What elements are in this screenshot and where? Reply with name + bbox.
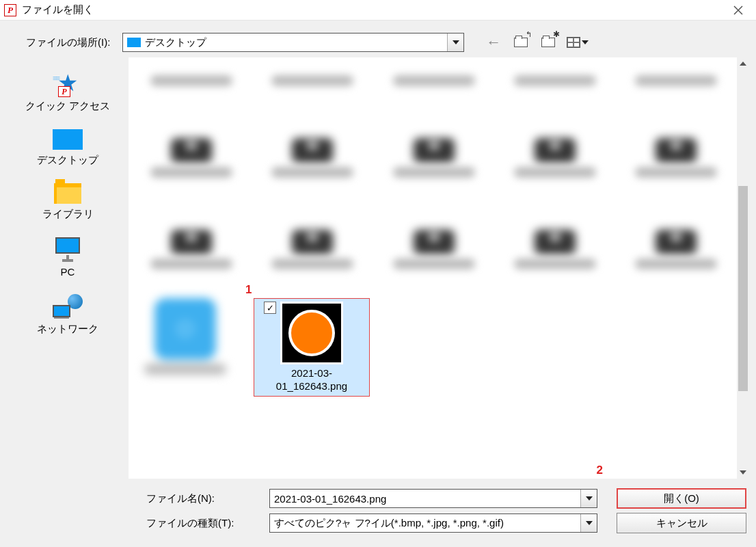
file-item[interactable]	[508, 62, 602, 86]
quick-access-icon: ≡≡★P	[54, 72, 81, 96]
bottom-controls: 2 ファイル名(N): 2021-03-01_162643.png 開く(O) …	[0, 479, 756, 547]
chevron-up-icon	[740, 62, 746, 66]
cancel-button[interactable]: キャンセル	[617, 513, 746, 533]
folder-new-icon	[541, 38, 555, 47]
file-item[interactable]	[630, 206, 723, 269]
file-item[interactable]	[265, 62, 359, 86]
body: ≡≡★P クイック アクセス デスクトップ ライブラリ PC ネットワーク	[0, 57, 756, 479]
libraries-icon	[54, 183, 81, 204]
filename-value: 2021-03-01_162643.png	[270, 493, 580, 505]
scroll-up-button[interactable]	[737, 57, 749, 70]
file-item[interactable]	[387, 206, 481, 269]
filetype-value: すべてのピク?ャ フ?イル(*.bmp, *.jpg, *.png, *.gif…	[270, 517, 580, 530]
selected-checkbox[interactable]: ✓	[264, 302, 276, 314]
place-pc[interactable]: PC	[53, 237, 83, 278]
open-button[interactable]: 開く(O)	[617, 488, 746, 509]
filetype-dropdown-button[interactable]	[580, 514, 597, 532]
scroll-thumb[interactable]	[738, 186, 748, 391]
toolbar: ← ↰ ✱	[485, 35, 589, 50]
place-quick-access[interactable]: ≡≡★P クイック アクセス	[25, 72, 110, 113]
place-desktop[interactable]: デスクトップ	[37, 129, 98, 167]
chevron-down-icon	[586, 521, 593, 525]
desktop-icon	[127, 38, 141, 47]
pc-icon	[53, 237, 83, 262]
annotation-1: 1	[245, 283, 252, 297]
file-item[interactable]	[387, 115, 481, 178]
network-icon	[53, 294, 83, 319]
location-value: デスクトップ	[145, 36, 447, 49]
filename-dropdown-button[interactable]	[580, 490, 597, 507]
filename-input[interactable]: 2021-03-01_162643.png	[269, 489, 597, 508]
app-icon: P	[4, 4, 16, 16]
back-button[interactable]: ←	[485, 35, 502, 50]
location-row: ファイルの場所(I): デスクトップ ← ↰ ✱	[0, 21, 756, 57]
view-mode-button[interactable]	[567, 35, 589, 50]
location-dropdown-button[interactable]	[447, 34, 463, 51]
open-file-dialog: P ファイルを開く ファイルの場所(I): デスクトップ ← ↰ ✱	[0, 0, 756, 547]
chevron-down-icon	[740, 470, 746, 475]
close-icon	[733, 5, 743, 15]
scroll-track[interactable]	[737, 70, 749, 466]
chevron-down-icon	[582, 40, 589, 44]
place-network[interactable]: ネットワーク	[37, 294, 98, 336]
file-item[interactable]	[508, 115, 602, 178]
file-item-selected[interactable]: ✓ 2021-03-01_162643.png	[254, 298, 370, 397]
file-item[interactable]	[630, 115, 723, 178]
file-name: 2021-03-01_162643.png	[257, 367, 366, 393]
view-grid-icon	[567, 37, 580, 48]
filetype-select[interactable]: すべてのピク?ャ フ?イル(*.bmp, *.jpg, *.png, *.gif…	[269, 513, 597, 533]
filetype-label: ファイルの種類(T):	[10, 517, 269, 530]
folder-up-icon	[514, 38, 528, 47]
chevron-down-icon	[453, 40, 459, 44]
file-grid: 1 ✓ 2021-03-01_162643.png	[131, 57, 737, 479]
desktop-icon	[53, 129, 83, 150]
file-item[interactable]	[265, 206, 359, 269]
places-bar: ≡≡★P クイック アクセス デスクトップ ライブラリ PC ネットワーク	[7, 57, 129, 479]
new-folder-button[interactable]: ✱	[539, 35, 557, 50]
place-libraries[interactable]: ライブラリ	[42, 183, 94, 221]
scroll-down-button[interactable]	[737, 466, 749, 479]
dialog-title: ファイルを開く	[22, 3, 94, 16]
file-item[interactable]	[630, 62, 723, 86]
back-arrow-icon: ←	[486, 34, 501, 51]
filename-label: ファイル名(N):	[10, 492, 269, 505]
thumbnail-icon	[280, 302, 343, 364]
file-item[interactable]	[144, 206, 238, 269]
file-item[interactable]	[144, 62, 238, 86]
file-item[interactable]	[508, 206, 602, 269]
annotation-2: 2	[597, 464, 603, 477]
file-list-area[interactable]: 1 ✓ 2021-03-01_162643.png	[129, 57, 749, 479]
location-label: ファイルの場所(I):	[26, 36, 110, 49]
titlebar: P ファイルを開く	[0, 0, 756, 21]
chevron-down-icon	[586, 496, 593, 501]
location-select[interactable]: デスクトップ	[122, 33, 464, 52]
file-item[interactable]	[265, 115, 359, 178]
file-item[interactable]	[144, 115, 238, 178]
file-item[interactable]	[387, 62, 481, 86]
file-item[interactable]	[144, 298, 226, 375]
up-one-level-button[interactable]: ↰	[512, 35, 530, 50]
vertical-scrollbar[interactable]	[737, 57, 749, 479]
close-button[interactable]	[725, 0, 752, 21]
